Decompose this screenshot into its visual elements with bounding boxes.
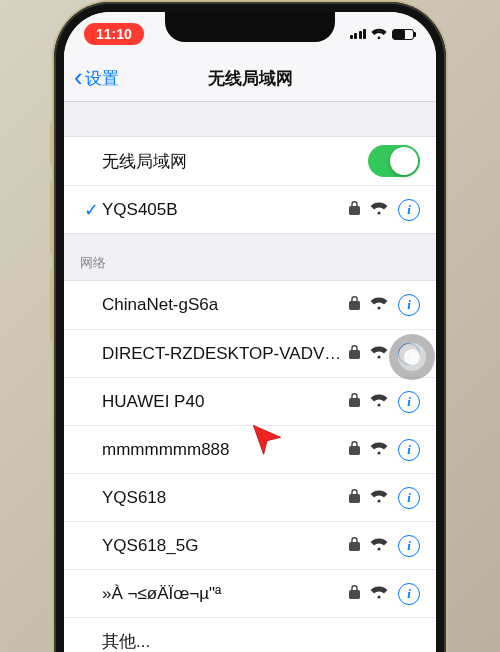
network-row[interactable]: YQS618_5Gi <box>64 521 436 569</box>
wifi-toggle-switch[interactable] <box>368 145 420 177</box>
connected-network-ssid: YQS405B <box>102 200 349 220</box>
status-time-recording[interactable]: 11:10 <box>84 23 144 45</box>
info-icon[interactable]: i <box>398 535 420 557</box>
available-networks-list: ChinaNet-gS6aiDIRECT-RZDESKTOP-VADVG11..… <box>64 280 436 652</box>
wifi-signal-icon <box>370 393 388 411</box>
network-ssid: HUAWEI P40 <box>102 392 349 412</box>
networks-section-header: 网络 <box>64 234 436 280</box>
wifi-toggle-row[interactable]: 无线局域网 <box>64 137 436 185</box>
network-row[interactable]: YQS618i <box>64 473 436 521</box>
info-icon[interactable]: i <box>398 583 420 605</box>
lock-icon <box>349 441 360 459</box>
lock-icon <box>349 489 360 507</box>
other-network-label: 其他... <box>102 630 420 652</box>
connected-network-row[interactable]: ✓ YQS405B i <box>64 185 436 233</box>
lock-icon <box>349 201 360 219</box>
network-ssid: »À ¬≤øÄÏœ¬µ"ª <box>102 584 349 604</box>
wifi-signal-icon <box>370 201 388 219</box>
back-label: 设置 <box>85 67 119 90</box>
battery-icon <box>392 29 414 40</box>
other-network-row[interactable]: 其他... <box>64 617 436 652</box>
lock-icon <box>349 296 360 314</box>
network-ssid: YQS618 <box>102 488 349 508</box>
info-icon[interactable]: i <box>398 294 420 316</box>
wifi-toggle-label: 无线局域网 <box>102 150 368 173</box>
network-ssid: YQS618_5G <box>102 536 349 556</box>
wifi-signal-icon <box>370 537 388 555</box>
lock-icon <box>349 537 360 555</box>
wifi-signal-icon <box>370 489 388 507</box>
chevron-left-icon: ‹ <box>74 64 83 90</box>
wifi-status-icon <box>371 28 387 40</box>
cellular-signal-icon <box>350 29 367 39</box>
info-icon[interactable]: i <box>398 439 420 461</box>
notch <box>165 12 335 42</box>
assistive-touch[interactable] <box>389 334 435 380</box>
navigation-bar: ‹ 设置 无线局域网 <box>64 56 436 102</box>
network-row[interactable]: HUAWEI P40i <box>64 377 436 425</box>
wifi-signal-icon <box>370 345 388 363</box>
wifi-signal-icon <box>370 441 388 459</box>
network-row[interactable]: ChinaNet-gS6ai <box>64 281 436 329</box>
phone-screen: 11:10 ‹ 设置 无线局域网 无线局域网 <box>64 12 436 652</box>
lock-icon <box>349 585 360 603</box>
network-row[interactable]: DIRECT-RZDESKTOP-VADVG11...i <box>64 329 436 377</box>
wifi-signal-icon <box>370 585 388 603</box>
phone-frame: 11:10 ‹ 设置 无线局域网 无线局域网 <box>54 2 446 652</box>
network-ssid: ChinaNet-gS6a <box>102 295 349 315</box>
network-row[interactable]: »À ¬≤øÄÏœ¬µ"ªi <box>64 569 436 617</box>
lock-icon <box>349 345 360 363</box>
wifi-signal-icon <box>370 296 388 314</box>
network-ssid: DIRECT-RZDESKTOP-VADVG11... <box>102 344 349 364</box>
info-icon[interactable]: i <box>398 487 420 509</box>
back-button[interactable]: ‹ 设置 <box>74 66 119 92</box>
wifi-master-group: 无线局域网 ✓ YQS405B i <box>64 136 436 234</box>
info-icon[interactable]: i <box>398 391 420 413</box>
checkmark-icon: ✓ <box>80 199 102 221</box>
page-title: 无线局域网 <box>208 67 293 90</box>
info-icon[interactable]: i <box>398 199 420 221</box>
lock-icon <box>349 393 360 411</box>
network-ssid: mmmmmmm888 <box>102 440 349 460</box>
network-row[interactable]: mmmmmmm888i <box>64 425 436 473</box>
